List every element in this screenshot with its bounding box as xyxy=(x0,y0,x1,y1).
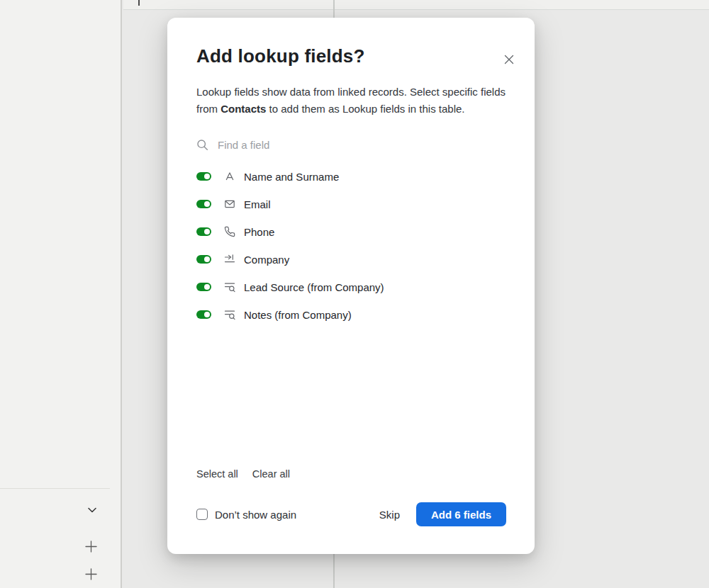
dialog-spacer xyxy=(196,329,506,468)
dialog-title: Add lookup fields? xyxy=(196,46,506,67)
table-header-strip xyxy=(123,0,709,10)
dialog-description: Lookup fields show data from linked reco… xyxy=(196,84,506,118)
search-icon xyxy=(196,139,208,151)
dont-show-again-label: Don’t show again xyxy=(215,509,296,521)
field-label: Notes (from Company) xyxy=(244,309,352,321)
list-item: Lead Source (from Company) xyxy=(196,273,506,301)
list-item: Phone xyxy=(196,218,506,246)
list-item: Company xyxy=(196,246,506,273)
chevron-down-icon[interactable] xyxy=(86,504,99,516)
field-list: Name and Surname Email Phone Company xyxy=(196,163,506,329)
field-label: Lead Source (from Company) xyxy=(244,281,384,293)
clipped-text-mark xyxy=(138,0,140,6)
lookup-icon xyxy=(224,309,235,320)
select-all-button[interactable]: Select all xyxy=(196,468,238,480)
field-label: Company xyxy=(244,254,289,266)
field-toggle[interactable] xyxy=(196,200,211,208)
skip-button[interactable]: Skip xyxy=(379,509,400,521)
lookup-icon xyxy=(224,281,235,293)
list-item: Name and Surname xyxy=(196,163,506,191)
plus-icon[interactable] xyxy=(84,540,98,553)
close-icon[interactable] xyxy=(503,53,515,66)
dialog-footer: Don’t show again Skip Add 6 fields xyxy=(196,502,506,526)
field-label: Name and Surname xyxy=(244,171,339,183)
field-toggle[interactable] xyxy=(196,283,211,291)
field-search xyxy=(196,137,506,154)
add-fields-button[interactable]: Add 6 fields xyxy=(416,502,506,526)
email-icon xyxy=(224,198,235,210)
bulk-actions: Select all Clear all xyxy=(196,468,506,480)
field-toggle[interactable] xyxy=(196,255,211,264)
list-item: Notes (from Company) xyxy=(196,301,506,329)
left-sidebar xyxy=(0,0,122,588)
search-input[interactable] xyxy=(218,139,487,151)
dont-show-again-checkbox[interactable] xyxy=(196,509,208,520)
add-lookup-fields-dialog: Add lookup fields? Lookup fields show da… xyxy=(167,18,535,554)
sidebar-divider xyxy=(0,488,110,489)
linked-record-icon xyxy=(224,254,235,265)
single-line-text-icon xyxy=(224,171,235,182)
list-item: Email xyxy=(196,191,506,218)
field-label: Email xyxy=(244,198,271,210)
field-toggle[interactable] xyxy=(196,172,211,181)
field-toggle[interactable] xyxy=(196,310,211,319)
clear-all-button[interactable]: Clear all xyxy=(252,468,290,480)
plus-icon[interactable] xyxy=(84,567,98,581)
field-label: Phone xyxy=(244,226,274,238)
linked-table-name: Contacts xyxy=(220,103,266,115)
field-toggle[interactable] xyxy=(196,227,211,236)
phone-icon xyxy=(224,226,235,237)
